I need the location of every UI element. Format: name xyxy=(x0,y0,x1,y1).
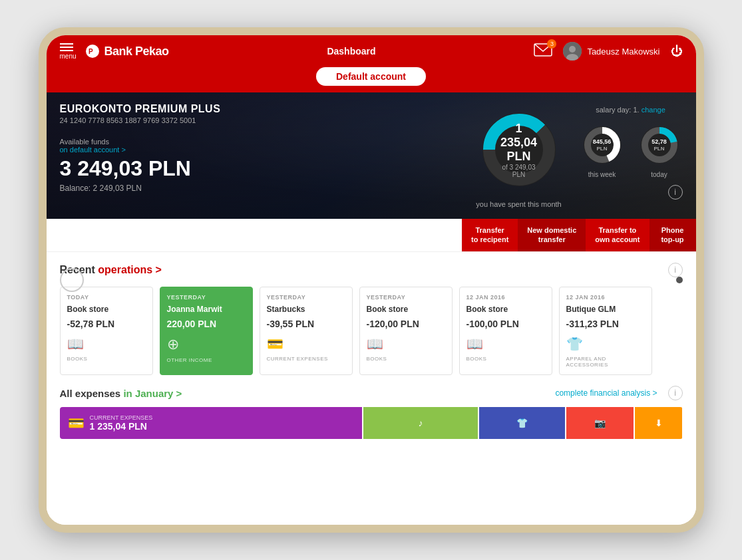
expenses-link[interactable]: in January > xyxy=(123,388,182,399)
op-name-3: Book store xyxy=(367,305,445,315)
logo-text: Bank Pekao xyxy=(104,45,169,59)
op-category-1: OTHER INCOME xyxy=(167,357,246,363)
account-section: EUROKONTO PREMIUM PLUS 24 1240 7778 8563… xyxy=(47,92,696,219)
menu-button[interactable]: menu xyxy=(60,43,77,60)
default-account-button[interactable]: Default account xyxy=(316,67,426,86)
op-name-4: Book store xyxy=(466,305,545,315)
operations-cards: TODAY Book store -52,78 PLN 📖 BOOKS YEST… xyxy=(60,287,683,376)
expense-segment-main[interactable]: 💳 CURRENT EXPENSES 1 235,04 PLN xyxy=(60,407,362,439)
main-content: Recent operations > i TODAY Book store -… xyxy=(47,252,696,525)
mini-charts: 845,56 PLN this week xyxy=(579,122,683,178)
expense-main-label: CURRENT EXPENSES xyxy=(90,414,153,421)
donut-total: of 3 249,03 PLN xyxy=(496,164,542,178)
bank-logo-icon: P xyxy=(85,43,100,59)
op-amount-4: -100,00 PLN xyxy=(466,319,545,329)
week-amount-label: 845,56 PLN xyxy=(593,138,612,152)
account-left: EUROKONTO PREMIUM PLUS 24 1240 7778 8563… xyxy=(60,103,459,193)
new-domestic-transfer-button[interactable]: New domestic transfer xyxy=(518,219,586,251)
menu-label: menu xyxy=(60,53,77,60)
account-name: EUROKONTO PREMIUM PLUS xyxy=(60,103,459,115)
op-amount-3: -120,00 PLN xyxy=(367,319,445,329)
op-card-2: YESTERDAY Starbucks -39,55 PLN 💳 CURRENT… xyxy=(260,287,353,376)
avatar-icon xyxy=(563,42,582,61)
op-date-1: YESTERDAY xyxy=(167,294,246,301)
op-amount-5: -311,23 PLN xyxy=(566,319,645,329)
op-card-0: TODAY Book store -52,78 PLN 📖 BOOKS xyxy=(60,287,153,376)
op-date-5: 12 JAN 2016 xyxy=(566,294,645,301)
header-right: 3 Tadeusz Makowski ⏻ xyxy=(534,42,682,61)
header-tab: Default account xyxy=(47,67,696,92)
expense-main-amount: 1 235,04 PLN xyxy=(90,421,153,432)
op-icon-1: ⊕ xyxy=(167,336,246,353)
phone-top-up-button[interactable]: Phone top-up xyxy=(649,219,696,251)
account-info-button[interactable]: i xyxy=(668,185,683,200)
today-label: today xyxy=(651,171,667,178)
op-icon-5: 👕 xyxy=(566,336,645,352)
op-amount-0: -52,78 PLN xyxy=(67,319,146,329)
user-profile[interactable]: Tadeusz Makowski xyxy=(563,42,659,61)
complete-analysis-link[interactable]: complete financial analysis > xyxy=(555,388,657,398)
salary-change-link[interactable]: change xyxy=(642,106,665,114)
account-number: 24 1240 7778 8563 1887 9769 3372 5001 xyxy=(60,116,459,124)
expense-clothing-icon: 👕 xyxy=(516,418,528,428)
power-button[interactable]: ⏻ xyxy=(671,45,683,59)
expense-main-icon: 💳 xyxy=(68,415,85,431)
header-top: menu P Bank Pekao Dashboard xyxy=(47,35,696,67)
op-card-1: YESTERDAY Joanna Marwit 220,00 PLN ⊕ OTH… xyxy=(160,287,253,376)
expenses-header: All expenses in January > complete finan… xyxy=(60,386,683,400)
available-link[interactable]: on default account > xyxy=(60,146,126,154)
op-amount-1: 220,00 PLN xyxy=(167,319,246,329)
op-category-5: APPAREL AND ACCESSORIES xyxy=(566,356,645,368)
header-left: menu P Bank Pekao xyxy=(60,43,169,60)
today-donut: 52,78 PLN xyxy=(636,122,683,168)
expenses-info-button[interactable]: i xyxy=(668,386,683,400)
account-content: EUROKONTO PREMIUM PLUS 24 1240 7778 8563… xyxy=(60,103,683,208)
op-icon-0: 📖 xyxy=(67,336,146,352)
balance-text: Balance: 2 249,03 PLN xyxy=(60,184,459,193)
op-category-4: BOOKS xyxy=(466,356,545,362)
op-date-4: 12 JAN 2016 xyxy=(466,294,545,301)
op-card-5: 12 JAN 2016 Butique GLM -311,23 PLN 👕 AP… xyxy=(559,287,652,376)
op-amount-2: -39,55 PLN xyxy=(267,319,345,329)
week-chart: 845,56 PLN this week xyxy=(579,122,626,178)
expense-segment-music[interactable]: ♪ xyxy=(363,407,478,439)
home-button[interactable] xyxy=(60,268,84,292)
op-category-2: CURRENT EXPENSES xyxy=(267,356,345,362)
quick-actions: Transfer to recipent New domestic transf… xyxy=(47,219,696,252)
expense-segment-camera[interactable]: 📷 xyxy=(566,407,633,439)
op-name-5: Butique GLM xyxy=(566,305,645,315)
op-date-0: TODAY xyxy=(67,294,146,301)
operations-info-button[interactable]: i xyxy=(668,263,683,277)
expenses-title: All expenses in January > xyxy=(60,388,182,399)
operations-link[interactable]: operations > xyxy=(98,264,162,275)
nav-title: Dashboard xyxy=(327,46,375,57)
op-icon-3: 📖 xyxy=(367,336,445,352)
spent-label: you have spent this month xyxy=(476,200,561,208)
expense-segment-download[interactable]: ⬇ xyxy=(635,407,683,439)
op-icon-4: 📖 xyxy=(466,336,545,352)
op-card-4: 12 JAN 2016 Book store -100,00 PLN 📖 BOO… xyxy=(459,287,552,376)
messages-button[interactable]: 3 xyxy=(534,43,552,59)
tablet-screen: menu P Bank Pekao Dashboard xyxy=(47,35,696,525)
expense-music-icon: ♪ xyxy=(419,418,423,428)
available-funds-label: Available funds on default account > xyxy=(60,138,459,154)
transfer-to-recipient-button[interactable]: Transfer to recipent xyxy=(462,219,518,251)
tablet-frame: menu P Bank Pekao Dashboard xyxy=(39,27,704,533)
today-amount-label: 52,78 PLN xyxy=(651,138,667,152)
svg-text:P: P xyxy=(89,48,93,55)
donut-label: 1 235,04 PLN of 3 249,03 PLN xyxy=(496,122,542,178)
expense-segment-clothing[interactable]: 👕 xyxy=(479,407,565,439)
expenses-section: All expenses in January > complete finan… xyxy=(60,386,683,439)
user-name: Tadeusz Makowski xyxy=(587,47,659,57)
expenses-bar: 💳 CURRENT EXPENSES 1 235,04 PLN ♪ 👕 📷 xyxy=(60,407,683,439)
salary-label: salary day: 1. change xyxy=(596,106,665,114)
op-date-2: YESTERDAY xyxy=(267,294,345,301)
op-name-2: Starbucks xyxy=(267,305,345,315)
svg-point-4 xyxy=(569,46,576,53)
donut-amount: 1 235,04 PLN xyxy=(496,122,542,164)
transfer-to-own-account-button[interactable]: Transfer to own account xyxy=(586,219,649,251)
op-category-3: BOOKS xyxy=(367,356,445,362)
today-chart: 52,78 PLN today xyxy=(636,122,683,178)
camera xyxy=(676,277,683,283)
op-name-0: Book store xyxy=(67,305,146,315)
